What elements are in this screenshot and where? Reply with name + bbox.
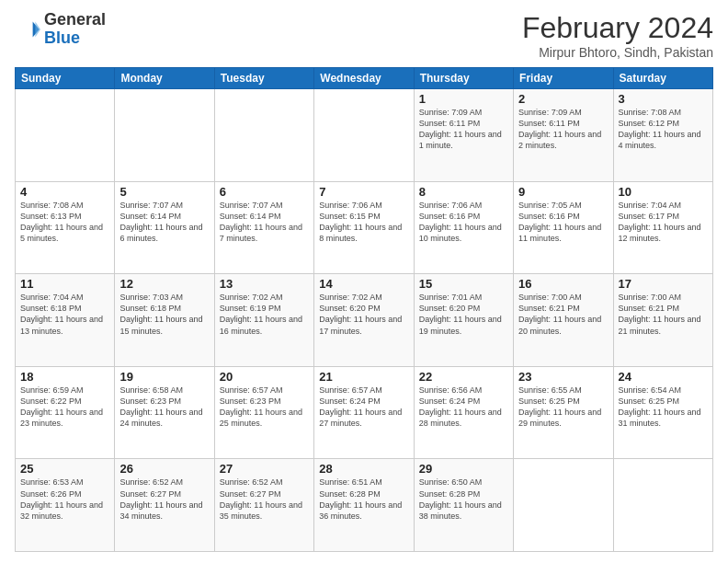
day-info: Sunrise: 7:00 AM Sunset: 6:21 PM Dayligh… bbox=[619, 292, 708, 337]
day-info: Sunrise: 7:02 AM Sunset: 6:20 PM Dayligh… bbox=[319, 292, 408, 337]
day-info: Sunrise: 6:53 AM Sunset: 6:26 PM Dayligh… bbox=[20, 477, 109, 522]
day-cell: 6Sunrise: 7:07 AM Sunset: 6:14 PM Daylig… bbox=[214, 181, 313, 274]
day-number: 26 bbox=[119, 462, 209, 476]
day-cell: 10Sunrise: 7:04 AM Sunset: 6:17 PM Dayli… bbox=[613, 181, 712, 274]
header: General Blue February 2024 Mirpur Bhtoro… bbox=[15, 11, 713, 60]
day-cell: 29Sunrise: 6:50 AM Sunset: 6:28 PM Dayli… bbox=[414, 459, 513, 552]
day-number: 8 bbox=[419, 185, 508, 199]
day-info: Sunrise: 7:04 AM Sunset: 6:18 PM Dayligh… bbox=[20, 292, 109, 337]
day-info: Sunrise: 7:09 AM Sunset: 6:11 PM Dayligh… bbox=[419, 107, 508, 152]
day-number: 24 bbox=[619, 370, 708, 384]
day-header-friday: Friday bbox=[514, 68, 613, 89]
calendar-title: February 2024 bbox=[522, 11, 713, 45]
day-number: 3 bbox=[619, 92, 708, 106]
day-cell: 27Sunrise: 6:52 AM Sunset: 6:27 PM Dayli… bbox=[214, 459, 313, 552]
day-header-tuesday: Tuesday bbox=[214, 68, 313, 89]
day-header-saturday: Saturday bbox=[613, 68, 712, 89]
week-row-1: 4Sunrise: 7:08 AM Sunset: 6:13 PM Daylig… bbox=[16, 181, 713, 274]
day-cell: 20Sunrise: 6:57 AM Sunset: 6:23 PM Dayli… bbox=[214, 366, 313, 459]
day-info: Sunrise: 7:08 AM Sunset: 6:13 PM Dayligh… bbox=[20, 200, 109, 245]
day-info: Sunrise: 7:09 AM Sunset: 6:11 PM Dayligh… bbox=[518, 107, 608, 152]
day-cell: 16Sunrise: 7:00 AM Sunset: 6:21 PM Dayli… bbox=[514, 274, 613, 367]
day-cell: 13Sunrise: 7:02 AM Sunset: 6:19 PM Dayli… bbox=[214, 274, 313, 367]
day-cell: 28Sunrise: 6:51 AM Sunset: 6:28 PM Dayli… bbox=[314, 459, 414, 552]
day-cell: 2Sunrise: 7:09 AM Sunset: 6:11 PM Daylig… bbox=[514, 89, 613, 182]
day-cell: 26Sunrise: 6:52 AM Sunset: 6:27 PM Dayli… bbox=[115, 459, 214, 552]
week-row-3: 18Sunrise: 6:59 AM Sunset: 6:22 PM Dayli… bbox=[16, 366, 713, 459]
day-info: Sunrise: 7:05 AM Sunset: 6:16 PM Dayligh… bbox=[518, 200, 608, 245]
day-cell: 14Sunrise: 7:02 AM Sunset: 6:20 PM Dayli… bbox=[314, 274, 414, 367]
day-number: 2 bbox=[518, 92, 608, 106]
week-row-2: 11Sunrise: 7:04 AM Sunset: 6:18 PM Dayli… bbox=[16, 274, 713, 367]
day-number: 22 bbox=[419, 370, 508, 384]
day-number: 27 bbox=[220, 462, 309, 476]
day-cell: 3Sunrise: 7:08 AM Sunset: 6:12 PM Daylig… bbox=[613, 89, 712, 182]
day-number: 18 bbox=[20, 370, 109, 384]
day-number: 11 bbox=[20, 277, 109, 291]
logo-general: General bbox=[44, 10, 106, 29]
day-info: Sunrise: 6:58 AM Sunset: 6:23 PM Dayligh… bbox=[119, 385, 209, 430]
day-cell bbox=[214, 89, 313, 182]
day-cell bbox=[314, 89, 414, 182]
week-row-0: 1Sunrise: 7:09 AM Sunset: 6:11 PM Daylig… bbox=[16, 89, 713, 182]
day-cell: 22Sunrise: 6:56 AM Sunset: 6:24 PM Dayli… bbox=[414, 366, 513, 459]
day-info: Sunrise: 6:56 AM Sunset: 6:24 PM Dayligh… bbox=[419, 385, 508, 430]
day-cell: 23Sunrise: 6:55 AM Sunset: 6:25 PM Dayli… bbox=[514, 366, 613, 459]
day-info: Sunrise: 7:04 AM Sunset: 6:17 PM Dayligh… bbox=[619, 200, 708, 245]
day-number: 7 bbox=[319, 185, 408, 199]
day-cell bbox=[613, 459, 712, 552]
logo: General Blue bbox=[15, 11, 106, 48]
day-cell: 24Sunrise: 6:54 AM Sunset: 6:25 PM Dayli… bbox=[613, 366, 712, 459]
day-cell: 7Sunrise: 7:06 AM Sunset: 6:15 PM Daylig… bbox=[314, 181, 414, 274]
day-header-monday: Monday bbox=[115, 68, 214, 89]
logo-blue: Blue bbox=[44, 29, 80, 47]
day-info: Sunrise: 7:01 AM Sunset: 6:20 PM Dayligh… bbox=[419, 292, 508, 337]
day-cell: 18Sunrise: 6:59 AM Sunset: 6:22 PM Dayli… bbox=[16, 366, 115, 459]
day-info: Sunrise: 6:57 AM Sunset: 6:23 PM Dayligh… bbox=[220, 385, 309, 430]
day-cell: 12Sunrise: 7:03 AM Sunset: 6:18 PM Dayli… bbox=[115, 274, 214, 367]
day-number: 23 bbox=[518, 370, 608, 384]
day-info: Sunrise: 6:57 AM Sunset: 6:24 PM Dayligh… bbox=[319, 385, 408, 430]
day-number: 10 bbox=[619, 185, 708, 199]
day-header-thursday: Thursday bbox=[414, 68, 513, 89]
day-number: 14 bbox=[319, 277, 408, 291]
day-info: Sunrise: 7:03 AM Sunset: 6:18 PM Dayligh… bbox=[119, 292, 209, 337]
day-info: Sunrise: 7:06 AM Sunset: 6:16 PM Dayligh… bbox=[419, 200, 508, 245]
day-number: 15 bbox=[419, 277, 508, 291]
day-number: 25 bbox=[20, 462, 109, 476]
day-number: 16 bbox=[518, 277, 608, 291]
day-cell: 8Sunrise: 7:06 AM Sunset: 6:16 PM Daylig… bbox=[414, 181, 513, 274]
day-number: 19 bbox=[119, 370, 209, 384]
logo-text: General Blue bbox=[44, 11, 106, 48]
day-info: Sunrise: 6:50 AM Sunset: 6:28 PM Dayligh… bbox=[419, 477, 508, 522]
calendar-subtitle: Mirpur Bhtoro, Sindh, Pakistan bbox=[522, 45, 713, 60]
day-info: Sunrise: 7:06 AM Sunset: 6:15 PM Dayligh… bbox=[319, 200, 408, 245]
day-info: Sunrise: 6:55 AM Sunset: 6:25 PM Dayligh… bbox=[518, 385, 608, 430]
day-number: 5 bbox=[119, 185, 209, 199]
day-cell: 19Sunrise: 6:58 AM Sunset: 6:23 PM Dayli… bbox=[115, 366, 214, 459]
day-cell: 11Sunrise: 7:04 AM Sunset: 6:18 PM Dayli… bbox=[16, 274, 115, 367]
day-number: 12 bbox=[119, 277, 209, 291]
day-cell bbox=[514, 459, 613, 552]
day-cell: 25Sunrise: 6:53 AM Sunset: 6:26 PM Dayli… bbox=[16, 459, 115, 552]
day-cell: 21Sunrise: 6:57 AM Sunset: 6:24 PM Dayli… bbox=[314, 366, 414, 459]
week-row-4: 25Sunrise: 6:53 AM Sunset: 6:26 PM Dayli… bbox=[16, 459, 713, 552]
page: General Blue February 2024 Mirpur Bhtoro… bbox=[0, 0, 728, 563]
day-info: Sunrise: 7:08 AM Sunset: 6:12 PM Dayligh… bbox=[619, 107, 708, 152]
day-cell bbox=[16, 89, 115, 182]
day-number: 9 bbox=[518, 185, 608, 199]
day-header-wednesday: Wednesday bbox=[314, 68, 414, 89]
calendar-table: SundayMondayTuesdayWednesdayThursdayFrid… bbox=[15, 67, 713, 552]
day-number: 6 bbox=[220, 185, 309, 199]
day-number: 29 bbox=[419, 462, 508, 476]
day-number: 1 bbox=[419, 92, 508, 106]
day-info: Sunrise: 7:07 AM Sunset: 6:14 PM Dayligh… bbox=[119, 200, 209, 245]
day-info: Sunrise: 6:54 AM Sunset: 6:25 PM Dayligh… bbox=[619, 385, 708, 430]
svg-marker-1 bbox=[35, 21, 40, 37]
day-cell: 1Sunrise: 7:09 AM Sunset: 6:11 PM Daylig… bbox=[414, 89, 513, 182]
day-number: 21 bbox=[319, 370, 408, 384]
title-block: February 2024 Mirpur Bhtoro, Sindh, Paki… bbox=[522, 11, 713, 60]
day-info: Sunrise: 6:52 AM Sunset: 6:27 PM Dayligh… bbox=[220, 477, 309, 522]
day-header-sunday: Sunday bbox=[16, 68, 115, 89]
day-number: 17 bbox=[619, 277, 708, 291]
